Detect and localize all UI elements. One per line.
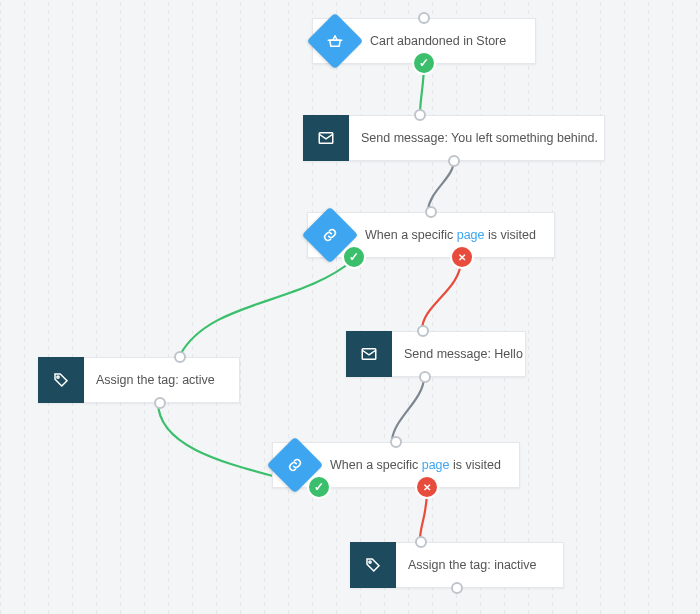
yes-badge[interactable] [344,247,364,267]
no-badge[interactable] [417,477,437,497]
node-condition-page-2[interactable]: When a specific page is visited [272,442,520,488]
port-out[interactable] [448,155,460,167]
node-label: When a specific page is visited [318,458,515,472]
tag-icon [350,542,396,588]
svg-point-3 [369,561,371,563]
port-in[interactable] [174,351,186,363]
no-badge[interactable] [452,247,472,267]
node-label: Send message: Hello [392,347,537,361]
node-condition-page-1[interactable]: When a specific page is visited [307,212,555,258]
connector-layer [0,0,700,614]
basket-icon [312,18,358,64]
node-action-send-msg-2[interactable]: Send message: Hello [346,331,526,377]
node-label: When a specific page is visited [353,228,550,242]
port-in[interactable] [417,325,429,337]
port-out[interactable] [419,371,431,383]
mail-icon [346,331,392,377]
node-label: Assign the tag: active [84,373,229,387]
yes-badge[interactable] [309,477,329,497]
node-action-send-msg-1[interactable]: Send message: You left something behind. [303,115,605,161]
tag-icon [38,357,84,403]
port-in[interactable] [415,536,427,548]
node-trigger-cart-abandoned[interactable]: Cart abandoned in Store [312,18,536,64]
node-label: Send message: You left something behind. [349,131,612,145]
mail-icon [303,115,349,161]
yes-badge[interactable] [414,53,434,73]
port-in[interactable] [390,436,402,448]
port-in[interactable] [414,109,426,121]
port-in[interactable] [425,206,437,218]
svg-point-1 [57,376,59,378]
port-out[interactable] [154,397,166,409]
node-action-assign-tag-inactive[interactable]: Assign the tag: inactive [350,542,564,588]
port-out[interactable] [451,582,463,594]
node-label: Assign the tag: inactive [396,558,551,572]
node-action-assign-tag-active[interactable]: Assign the tag: active [38,357,240,403]
node-label: Cart abandoned in Store [358,34,520,48]
port-in[interactable] [418,12,430,24]
